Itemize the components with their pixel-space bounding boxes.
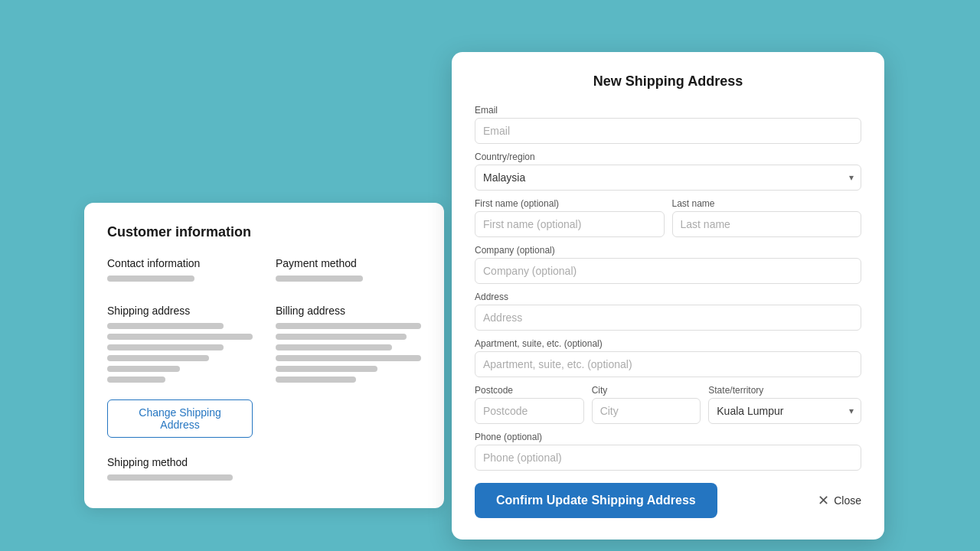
close-label: Close [834, 494, 861, 507]
city-input[interactable] [592, 398, 701, 424]
company-label: Company (optional) [475, 245, 861, 256]
payment-section: Payment method [276, 257, 421, 286]
country-select-wrapper: Malaysia ▾ [475, 165, 861, 191]
contact-section-label: Contact information [107, 257, 253, 269]
bill-skeleton-5 [276, 366, 377, 372]
payment-section-label: Payment method [276, 257, 421, 269]
phone-label: Phone (optional) [475, 432, 861, 442]
payment-skeleton-1 [276, 276, 363, 282]
ship-skeleton-1 [107, 323, 224, 329]
billing-address-label: Billing address [276, 305, 421, 317]
company-input[interactable] [475, 258, 861, 284]
last-name-input[interactable] [672, 211, 862, 237]
first-name-label: First name (optional) [475, 198, 665, 209]
apartment-field: Apartment, suite, etc. (optional) [475, 338, 861, 377]
bill-skeleton-4 [276, 355, 421, 361]
bill-skeleton-1 [276, 323, 421, 329]
email-label: Email [475, 105, 861, 116]
change-shipping-address-button[interactable]: Change Shipping Address [107, 399, 253, 438]
customer-information-card: Customer information Contact information… [84, 203, 444, 508]
shipping-address-label: Shipping address [107, 305, 253, 317]
address-input[interactable] [475, 305, 861, 331]
email-field: Email [475, 105, 861, 144]
ship-skeleton-3 [107, 344, 224, 350]
state-select[interactable]: Kuala Lumpur [708, 398, 861, 424]
shipping-method-label: Shipping method [107, 456, 421, 468]
modal-title: New Shipping Address [475, 73, 861, 90]
customer-card-title: Customer information [107, 224, 421, 240]
bill-skeleton-6 [276, 377, 356, 383]
country-label: Country/region [475, 152, 861, 162]
postcode-field: Postcode [475, 385, 584, 424]
company-field: Company (optional) [475, 245, 861, 284]
ship-skeleton-2 [107, 334, 253, 340]
city-label: City [592, 385, 701, 396]
close-icon: ✕ [818, 492, 829, 509]
state-select-wrapper: Kuala Lumpur ▾ [708, 398, 861, 424]
ship-skeleton-6 [107, 377, 165, 383]
phone-field: Phone (optional) [475, 432, 861, 471]
bill-skeleton-3 [276, 344, 392, 350]
apartment-input[interactable] [475, 351, 861, 377]
state-field: State/territory Kuala Lumpur ▾ [708, 385, 861, 424]
country-select[interactable]: Malaysia [475, 165, 861, 191]
modal-footer: Confirm Update Shipping Address ✕ Close [475, 483, 861, 518]
address-label: Address [475, 292, 861, 302]
shipping-method-section: Shipping method [107, 456, 421, 485]
ship-skeleton-4 [107, 355, 209, 361]
contact-section: Contact information [107, 257, 253, 286]
city-field: City [592, 385, 701, 424]
shipping-address-section: Shipping address Change Shipping Address [107, 305, 253, 438]
first-name-input[interactable] [475, 211, 665, 237]
name-row: First name (optional) Last name [475, 198, 861, 237]
location-row: Postcode City State/territory Kuala Lump… [475, 385, 861, 424]
billing-address-section: Billing address [276, 305, 421, 438]
bill-skeleton-2 [276, 334, 407, 340]
email-input[interactable] [475, 118, 861, 144]
apartment-label: Apartment, suite, etc. (optional) [475, 338, 861, 349]
address-field: Address [475, 292, 861, 331]
contact-skeleton-1 [107, 276, 194, 282]
close-group[interactable]: ✕ Close [818, 492, 861, 509]
state-label: State/territory [708, 385, 861, 396]
confirm-update-button[interactable]: Confirm Update Shipping Address [475, 483, 717, 518]
first-name-field: First name (optional) [475, 198, 665, 237]
method-skeleton-1 [107, 474, 233, 481]
postcode-input[interactable] [475, 398, 584, 424]
last-name-label: Last name [672, 198, 862, 209]
phone-input[interactable] [475, 445, 861, 471]
postcode-label: Postcode [475, 385, 584, 396]
country-field: Country/region Malaysia ▾ [475, 152, 861, 191]
shipping-address-modal: New Shipping Address Email Country/regio… [452, 52, 884, 540]
last-name-field: Last name [672, 198, 862, 237]
ship-skeleton-5 [107, 366, 180, 372]
